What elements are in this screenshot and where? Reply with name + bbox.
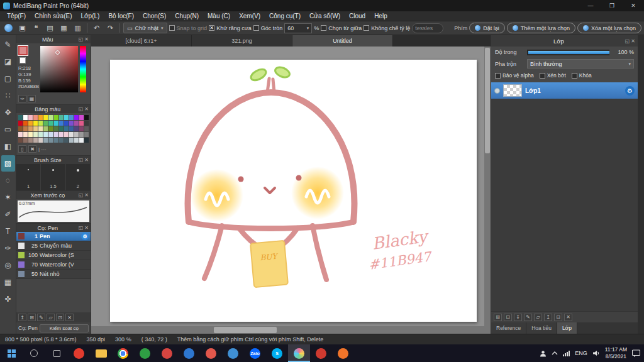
- palette-swatch-22[interactable]: [54, 121, 58, 126]
- popout-icon[interactable]: ◱: [625, 38, 630, 44]
- taskbar-app-opera[interactable]: [68, 344, 90, 362]
- foreground-color-swatch[interactable]: [18, 46, 28, 55]
- brush-item-5[interactable]: 50Nét nhỏ: [16, 270, 91, 279]
- comment-icon[interactable]: ❝: [30, 23, 42, 33]
- menu-item-4[interactable]: Bộ lọc(F): [104, 13, 138, 19]
- color-picker-cursor[interactable]: [55, 50, 60, 55]
- popout-icon[interactable]: ◱: [79, 106, 84, 112]
- minimize-icon[interactable]: —: [580, 0, 601, 11]
- palette-swatch-51[interactable]: [59, 132, 64, 137]
- palette-swatch-30[interactable]: [23, 126, 28, 131]
- language-indicator[interactable]: ENG: [575, 350, 587, 356]
- from-center-checkbox[interactable]: Chọn từ giữa: [321, 25, 362, 31]
- palette-swatch-11[interactable]: [69, 115, 74, 120]
- palette-swatch-44[interactable]: [23, 132, 28, 137]
- palette-swatch-14[interactable]: [84, 115, 89, 120]
- brush-mode-icon[interactable]: [3, 23, 14, 33]
- doc-tab-1[interactable]: [cloud] 6:r1+: [91, 35, 192, 47]
- palette-swatch-68[interactable]: [74, 138, 79, 143]
- close-icon[interactable]: ✕: [623, 0, 644, 11]
- zoom-tool[interactable]: ◎: [1, 257, 15, 273]
- opacity-slider[interactable]: [527, 50, 609, 55]
- palette-swatch-52[interactable]: [64, 132, 69, 137]
- gradient-tool[interactable]: ▧: [1, 155, 15, 172]
- palette-swatch-69[interactable]: [79, 138, 84, 143]
- palette-add-icon[interactable]: ▯: [18, 145, 26, 153]
- brush-item-4[interactable]: 70Watercolor (V: [16, 260, 91, 270]
- brush-control-button[interactable]: Kiểm soát cọ: [40, 324, 89, 332]
- pen-tool[interactable]: ✎: [1, 36, 15, 53]
- palette-swatch-18[interactable]: [33, 121, 38, 126]
- tray-expand-icon[interactable]: [552, 351, 558, 355]
- palette-swatch-24[interactable]: [64, 121, 69, 126]
- doc-tab-2[interactable]: 321.png: [192, 35, 292, 47]
- marquee-tool[interactable]: ▢: [1, 70, 15, 87]
- brush-item-2[interactable]: 25Chuyển màu: [16, 241, 91, 251]
- panel-tab-1[interactable]: Reference: [491, 322, 526, 334]
- palette-swatch-50[interactable]: [54, 132, 58, 137]
- palette-swatch-16[interactable]: [23, 121, 28, 126]
- close-icon[interactable]: ✕: [84, 36, 89, 42]
- palette-swatch-26[interactable]: [74, 121, 79, 126]
- volume-icon[interactable]: [592, 350, 600, 356]
- palette-swatch-53[interactable]: [69, 132, 74, 137]
- palette-swatch-21[interactable]: [48, 121, 53, 126]
- palette-swatch-41[interactable]: [79, 126, 84, 131]
- palette-swatch-37[interactable]: [59, 126, 64, 131]
- taskbar-app-file-explorer[interactable]: [90, 344, 112, 362]
- palette-swatch-55[interactable]: [79, 132, 84, 137]
- clipping-checkbox[interactable]: Xén bớt: [540, 72, 566, 79]
- palette-swatch-46[interactable]: [33, 132, 38, 137]
- merge-down-icon[interactable]: ↧: [514, 314, 522, 321]
- canvas-viewport[interactable]: BUY Blacky #11B947: [91, 47, 491, 326]
- palette-swatch-47[interactable]: [38, 132, 43, 137]
- palette-swatch-40[interactable]: [74, 126, 79, 131]
- undo-icon[interactable]: ↶: [91, 23, 103, 33]
- palette-swatch-65[interactable]: [59, 138, 64, 143]
- select-pen-tool[interactable]: ✐: [1, 206, 15, 222]
- palette-swatch-60[interactable]: [33, 138, 38, 143]
- convert-layer-icon[interactable]: ⊟: [554, 314, 562, 321]
- palette-swatch-17[interactable]: [28, 121, 33, 126]
- move-up-icon[interactable]: ↥: [544, 314, 552, 321]
- palette-swatch-62[interactable]: [43, 138, 48, 143]
- palette-swatch-57[interactable]: [18, 138, 23, 143]
- taskbar-app-app-red-2[interactable]: [310, 344, 332, 362]
- palette-swatch-59[interactable]: [28, 138, 33, 143]
- palette-swatch-64[interactable]: [54, 138, 58, 143]
- brush-new-icon[interactable]: ⊞: [28, 314, 36, 321]
- text-tool[interactable]: T: [1, 223, 15, 239]
- close-icon[interactable]: ✕: [84, 106, 89, 112]
- popout-icon[interactable]: ◱: [79, 157, 84, 163]
- background-color-swatch[interactable]: [19, 57, 26, 63]
- brush-cloud-icon[interactable]: ⊡: [56, 314, 64, 321]
- menu-item-7[interactable]: Màu (C): [203, 13, 235, 19]
- round-corner-input[interactable]: 60▾: [284, 23, 312, 33]
- menu-item-9[interactable]: Công cụ(T): [265, 13, 305, 19]
- palette-swatch-63[interactable]: [48, 138, 53, 143]
- palette-swatch-39[interactable]: [69, 126, 74, 131]
- palette-swatch-36[interactable]: [54, 126, 58, 131]
- material-icon[interactable]: ▥: [72, 23, 84, 33]
- popout-icon[interactable]: ◱: [79, 192, 84, 198]
- brush-up-icon[interactable]: ↥: [18, 314, 26, 321]
- close-icon[interactable]: ✕: [84, 192, 89, 198]
- menu-item-10[interactable]: Cửa sổ(W): [305, 13, 345, 19]
- palette-swatch-2[interactable]: [23, 115, 28, 120]
- user-icon[interactable]: [540, 350, 547, 357]
- menu-item-2[interactable]: Chỉnh sửa(E): [30, 13, 77, 19]
- palette-swatch-56[interactable]: [84, 132, 89, 137]
- shape-tool[interactable]: ▭: [1, 121, 15, 138]
- palette-swatch-43[interactable]: [18, 132, 23, 137]
- blend-mode-dropdown[interactable]: Bình thường ▾: [527, 59, 634, 69]
- menu-item-8[interactable]: Xem(V): [235, 13, 265, 19]
- palette-swatch-32[interactable]: [33, 126, 38, 131]
- palette-swatch-3[interactable]: [28, 115, 33, 120]
- color-grid-icon[interactable]: ▦: [28, 95, 36, 102]
- menu-item-6[interactable]: Chụp(N): [170, 13, 203, 19]
- layer-item-1[interactable]: Lớp1 ⚙: [491, 82, 638, 99]
- canvas-settings-icon[interactable]: ▤: [44, 23, 56, 33]
- palette-swatch-31[interactable]: [28, 126, 33, 131]
- palette-swatch-35[interactable]: [48, 126, 53, 131]
- palette-swatch-6[interactable]: [43, 115, 48, 120]
